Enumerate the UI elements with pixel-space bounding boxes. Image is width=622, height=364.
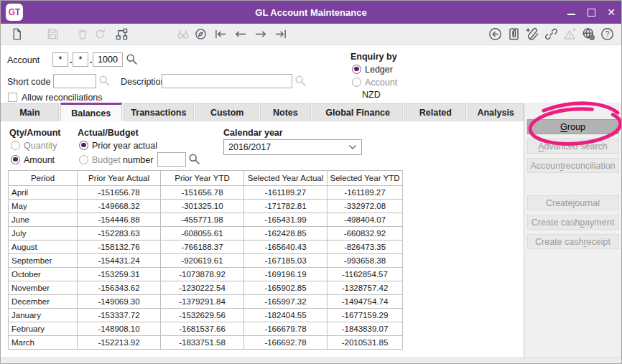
table-row[interactable]: November-156343.62-1230222.54-165902.85-… — [9, 281, 403, 295]
value-cell: -498404.07 — [328, 213, 403, 227]
value-cell: -1833751.58 — [161, 336, 244, 350]
allow-reconciliations-checkbox[interactable] — [8, 93, 17, 102]
table-row[interactable]: July-152283.63-608055.61-162428.85-66083… — [9, 227, 403, 241]
table-row[interactable]: September-154431.24-920619.61-167185.03-… — [9, 254, 403, 268]
tab-analysis[interactable]: Analysis — [468, 103, 524, 121]
back-icon[interactable] — [486, 26, 503, 43]
next-record-icon[interactable] — [252, 26, 269, 43]
budget-number-input[interactable] — [157, 152, 186, 167]
new-document-icon[interactable] — [8, 26, 25, 43]
first-record-icon[interactable] — [212, 26, 229, 43]
group-button[interactable]: Group — [527, 119, 619, 134]
account-segment-3[interactable] — [93, 52, 123, 67]
budget-radio[interactable] — [79, 155, 88, 164]
status-strip — [1, 358, 621, 364]
table-row[interactable]: May-149668.32-301325.10-171782.81-332972… — [9, 200, 403, 213]
balances-table: PeriodPrior Year ActualPrior Year YTDSel… — [8, 170, 403, 350]
budget-number-search-icon[interactable] — [188, 153, 200, 165]
value-cell: -156343.62 — [78, 281, 161, 295]
help-icon[interactable]: ? — [598, 26, 616, 43]
quantity-radio[interactable] — [11, 141, 20, 150]
value-cell: -920619.61 — [161, 254, 244, 268]
table-row[interactable]: April-151656.78-151656.78-161189.27-1611… — [9, 186, 403, 200]
delete-icon — [74, 26, 91, 43]
create-journal-button[interactable]: Create journal — [527, 195, 619, 210]
save-icon — [44, 26, 61, 43]
enquiry-ledger-radio[interactable] — [352, 65, 361, 74]
account-segment-2[interactable] — [73, 52, 88, 67]
table-row[interactable]: June-154446.88-455771.98-165431.99-49840… — [9, 213, 403, 227]
column-header: Prior Year Actual — [78, 171, 161, 186]
value-cell: -166692.78 — [244, 336, 328, 350]
tab-notes[interactable]: Notes — [260, 103, 311, 121]
value-cell: -993658.38 — [328, 254, 403, 268]
create-cash-payment-button[interactable]: Create cash payment — [527, 215, 619, 230]
minimize-icon[interactable] — [561, 2, 581, 22]
table-row[interactable]: August-158132.76-766188.37-165640.43-826… — [9, 241, 403, 254]
value-cell: -766188.37 — [161, 241, 244, 254]
period-cell: January — [9, 309, 78, 322]
period-cell: October — [9, 268, 78, 281]
period-cell: December — [9, 295, 78, 309]
value-cell: -301325.10 — [161, 200, 244, 213]
account-segment-1[interactable] — [52, 52, 68, 67]
value-cell: -332972.08 — [328, 200, 403, 213]
tab-transactions[interactable]: Transactions — [124, 103, 195, 121]
tab-balances[interactable]: Balances — [60, 103, 122, 121]
gt-app-logo-icon: GT — [6, 4, 23, 21]
table-row[interactable]: January-153337.72-1532629.56-182404.55-1… — [9, 309, 403, 322]
value-cell: -2010531.85 — [328, 336, 403, 350]
amount-radio[interactable] — [11, 155, 20, 164]
table-header-row: PeriodPrior Year ActualPrior Year YTDSel… — [9, 171, 403, 186]
account-separator: . — [90, 55, 92, 65]
column-header: Selected Year Actual — [244, 171, 328, 186]
table-row[interactable]: December-149069.30-1379291.84-165997.32-… — [9, 295, 403, 309]
value-cell: -165431.99 — [244, 213, 328, 227]
last-record-icon[interactable] — [272, 26, 289, 43]
tab-main[interactable]: Main — [1, 103, 59, 121]
value-cell: -165640.43 — [244, 241, 328, 254]
link-icon[interactable] — [542, 26, 560, 43]
value-cell: -167185.03 — [244, 254, 328, 268]
qty-amount-header: Qty/Amount — [9, 126, 61, 140]
maximize-icon[interactable] — [581, 2, 601, 22]
relationships-icon[interactable] — [113, 26, 130, 43]
value-cell: -149668.32 — [78, 200, 161, 213]
table-row[interactable]: March-152213.92-1833751.58-166692.78-201… — [9, 336, 403, 350]
enquiry-account-radio[interactable] — [352, 78, 361, 87]
short-code-input[interactable] — [53, 74, 96, 88]
tab-related[interactable]: Related — [404, 103, 466, 121]
find-icon — [175, 26, 192, 43]
previous-record-icon[interactable] — [232, 26, 249, 43]
attached-documents-icon[interactable] — [505, 26, 522, 43]
account-search-icon[interactable] — [126, 53, 138, 65]
value-cell: -166679.78 — [244, 322, 328, 336]
table-row[interactable]: February-148908.10-1681537.66-166679.78-… — [9, 322, 403, 336]
value-cell: -154431.24 — [78, 254, 161, 268]
value-cell: -1681537.66 — [161, 322, 244, 336]
value-cell: -182404.55 — [244, 309, 328, 322]
calendar-year-select[interactable]: 2016/2017 — [223, 139, 362, 155]
account-reconciliation-button[interactable]: Account reconciliation — [527, 158, 619, 173]
value-cell: -660832.92 — [328, 227, 403, 241]
enquiry-by-header: Enquiry by — [351, 50, 397, 64]
advanced-search-button[interactable]: Advanced search — [527, 139, 619, 154]
close-icon[interactable]: ✕ — [601, 2, 621, 22]
period-cell: August — [9, 241, 78, 254]
enquiry-ledger-label: Ledger — [365, 62, 393, 77]
add-attachment-icon[interactable] — [524, 26, 541, 43]
table-row[interactable]: October-153259.31-1073878.92-169196.19-1… — [9, 268, 403, 281]
period-cell: June — [9, 213, 78, 227]
prior-year-actual-radio[interactable] — [79, 141, 88, 150]
alerts-icon — [561, 26, 578, 43]
calendar-year-label: Calendar year — [223, 126, 283, 140]
description-input[interactable] — [162, 74, 292, 88]
value-cell: -1677159.29 — [328, 309, 403, 322]
titlebar: GT GL Account Maintenance ✕ — [1, 1, 621, 24]
tab-custom[interactable]: Custom — [195, 103, 259, 121]
value-cell: -149069.30 — [78, 295, 161, 309]
create-cash-receipt-button[interactable]: Create cash receipt — [527, 234, 619, 249]
tab-global-finance[interactable]: Global Finance — [312, 103, 404, 121]
navigator-icon[interactable] — [192, 26, 209, 43]
web-icon[interactable] — [580, 26, 597, 43]
